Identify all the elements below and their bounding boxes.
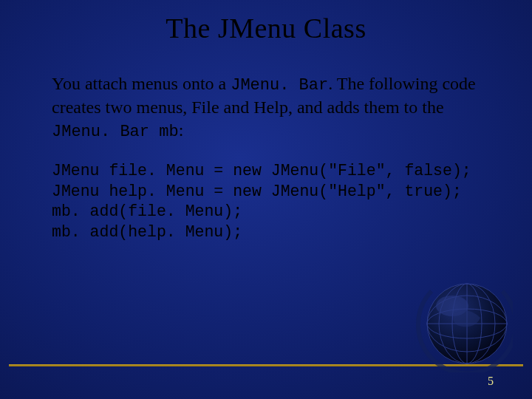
body-part-1: You attach menus onto a <box>52 74 231 93</box>
body-paragraph: You attach menus onto a JMenu. Bar. The … <box>52 72 488 143</box>
code-block: JMenu file. Menu = new JMenu("File", fal… <box>52 161 510 242</box>
body-mono-1: JMenu. Bar <box>231 76 328 95</box>
body-part-3: : <box>179 120 184 140</box>
page-number: 5 <box>488 375 494 388</box>
body-mono-2: JMenu. Bar mb <box>52 123 179 141</box>
slide-title: The JMenu Class <box>0 12 532 44</box>
globe-icon <box>409 269 513 372</box>
slide: The JMenu Class You attach menus onto a … <box>0 0 532 399</box>
